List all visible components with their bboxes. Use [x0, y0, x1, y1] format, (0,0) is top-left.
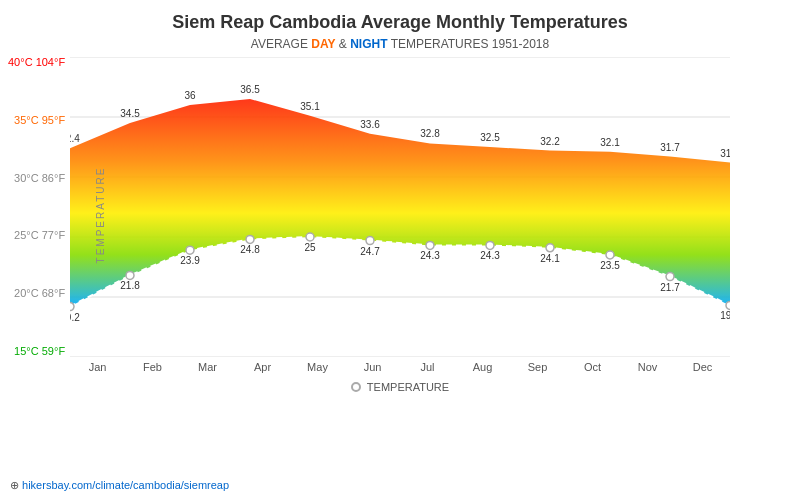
low-dot-10	[666, 273, 674, 281]
low-dot-6	[426, 241, 434, 249]
high-label-1: 34.5	[120, 108, 140, 119]
month-oct: Oct	[565, 361, 620, 373]
high-label-4: 35.1	[300, 101, 320, 112]
subtitle-prefix: AVERAGE	[251, 37, 311, 51]
subtitle-day: DAY	[311, 37, 335, 51]
low-dot-5	[366, 237, 374, 245]
high-label-3: 36.5	[240, 84, 260, 95]
chart-container: Siem Reap Cambodia Average Monthly Tempe…	[0, 0, 800, 500]
low-label-4: 25	[304, 242, 316, 253]
high-label-10: 31.7	[660, 142, 680, 153]
low-dot-7	[486, 241, 494, 249]
high-label-9: 32.1	[600, 137, 620, 148]
month-feb: Feb	[125, 361, 180, 373]
legend-dot	[351, 382, 361, 392]
high-label-6: 32.8	[420, 128, 440, 139]
high-label-0: 32.4	[70, 133, 80, 144]
x-axis-labels: Jan Feb Mar Apr May Jun Jul Aug Sep Oct …	[70, 361, 730, 373]
y-label-20: 20°C 68°F	[8, 288, 65, 299]
low-label-5: 24.7	[360, 246, 380, 257]
month-jun: Jun	[345, 361, 400, 373]
low-dot-0	[70, 303, 74, 311]
legend-label: TEMPERATURE	[367, 381, 449, 393]
low-dot-4	[306, 233, 314, 241]
low-label-0: 19.2	[70, 312, 80, 323]
month-jul: Jul	[400, 361, 455, 373]
main-chart: 32.434.53636.535.133.632.832.532.232.131…	[70, 57, 730, 357]
y-label-25: 25°C 77°F	[8, 230, 65, 241]
chart-subtitle: AVERAGE DAY & NIGHT TEMPERATURES 1951-20…	[251, 37, 549, 51]
subtitle-suffix: TEMPERATURES 1951-2018	[388, 37, 550, 51]
month-sep: Sep	[510, 361, 565, 373]
high-label-2: 36	[184, 90, 196, 101]
y-label-35: 35°C 95°F	[8, 115, 65, 126]
low-label-7: 24.3	[480, 250, 500, 261]
low-dot-2	[186, 246, 194, 254]
chart-title: Siem Reap Cambodia Average Monthly Tempe…	[172, 12, 627, 33]
high-label-5: 33.6	[360, 119, 380, 130]
y-label-40: 40°C 104°F	[8, 57, 65, 68]
low-dot-1	[126, 271, 134, 279]
low-label-8: 24.1	[540, 253, 560, 264]
low-label-1: 21.8	[120, 280, 140, 291]
month-aug: Aug	[455, 361, 510, 373]
low-label-9: 23.5	[600, 260, 620, 271]
subtitle-night: NIGHT	[350, 37, 387, 51]
y-label-15: 15°C 59°F	[8, 346, 65, 357]
watermark: ⊕ hikersbay.com/climate/cambodia/siemrea…	[10, 479, 229, 492]
month-may: May	[290, 361, 345, 373]
high-label-8: 32.2	[540, 136, 560, 147]
low-label-6: 24.3	[420, 250, 440, 261]
high-label-7: 32.5	[480, 132, 500, 143]
high-label-11: 31.2	[720, 148, 730, 159]
low-dot-3	[246, 235, 254, 243]
month-dec: Dec	[675, 361, 730, 373]
month-apr: Apr	[235, 361, 290, 373]
low-dot-11	[726, 301, 730, 309]
low-label-3: 24.8	[240, 244, 260, 255]
low-label-2: 23.9	[180, 255, 200, 266]
area-fill	[70, 99, 730, 307]
watermark-url: hikersbay.com/climate/cambodia/siemreap	[22, 479, 229, 491]
y-axis-title: TEMPERATURE	[95, 167, 106, 264]
low-label-10: 21.7	[660, 282, 680, 293]
y-label-30: 30°C 86°F	[8, 173, 65, 184]
y-axis-labels: 40°C 104°F 35°C 95°F 30°C 86°F 25°C 77°F…	[8, 57, 65, 357]
legend: TEMPERATURE	[351, 381, 449, 393]
subtitle-middle: &	[336, 37, 351, 51]
month-mar: Mar	[180, 361, 235, 373]
low-dot-8	[546, 244, 554, 252]
low-dot-9	[606, 251, 614, 259]
month-nov: Nov	[620, 361, 675, 373]
low-label-11: 19.3	[720, 310, 730, 321]
month-jan: Jan	[70, 361, 125, 373]
